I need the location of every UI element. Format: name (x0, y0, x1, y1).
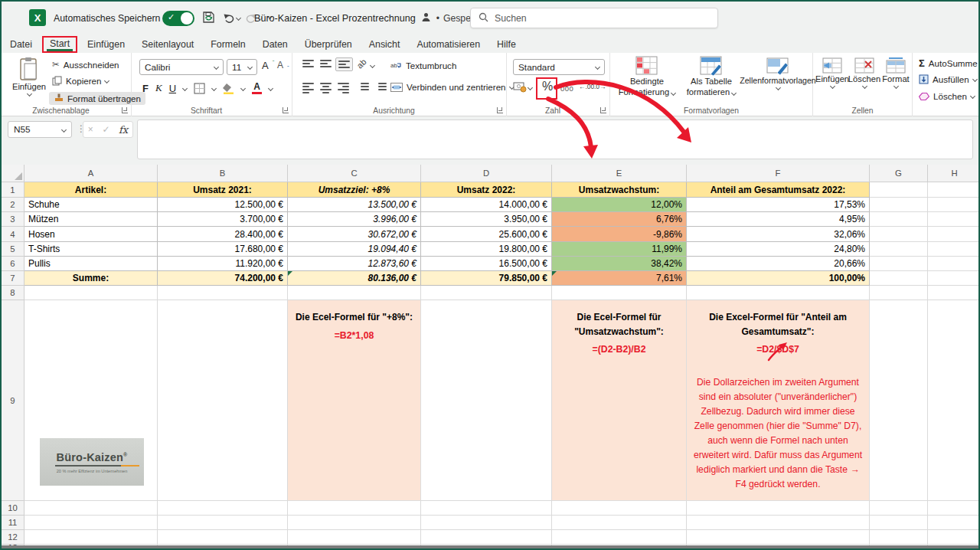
cell-b5[interactable]: 17.680,00 € (158, 242, 288, 257)
empty-cell[interactable] (928, 242, 980, 257)
cell-b7[interactable]: 74.200,00 € (158, 271, 288, 286)
fill-color-icon[interactable] (223, 83, 234, 94)
font-color-icon[interactable]: A (252, 82, 262, 94)
cell-d7[interactable]: 79.850,00 € (421, 271, 552, 286)
insert-cells-button[interactable]: Einfügen (816, 57, 848, 88)
empty-cell[interactable] (870, 271, 928, 286)
percent-style-button[interactable]: % (542, 80, 553, 93)
empty-cell[interactable] (928, 530, 980, 545)
delete-cells-button[interactable]: Löschen (848, 57, 880, 88)
empty-cell[interactable] (928, 198, 980, 212)
empty-cell[interactable] (552, 501, 687, 516)
empty-cell[interactable] (870, 212, 928, 227)
cut-button[interactable]: ✂ Ausschneiden (52, 59, 119, 70)
row-header-2[interactable]: 2 (2, 198, 24, 212)
orientation-dropdown-icon[interactable] (370, 63, 375, 68)
row-header-7[interactable]: 7 (2, 271, 24, 286)
cell-f7[interactable]: 100,00% (687, 271, 870, 286)
cell-f6[interactable]: 20,66% (687, 257, 870, 271)
cell-c2[interactable]: 13.500,00 € (288, 198, 421, 212)
empty-cell[interactable] (158, 286, 288, 300)
tab-seitenlayout[interactable]: Seitenlayout (133, 38, 202, 51)
row-header-5[interactable]: 5 (2, 242, 24, 257)
merge-center-button[interactable]: Verbinden und zentrieren (390, 82, 514, 92)
undo-dropdown-icon[interactable] (236, 15, 241, 21)
empty-cell[interactable] (870, 227, 928, 242)
empty-cell[interactable] (288, 516, 421, 530)
wrap-text-button[interactable]: ab Textumbruch (390, 61, 456, 70)
format-as-table-button[interactable]: Als Tabelle formatieren (681, 56, 742, 97)
tab-datei[interactable]: Datei (2, 38, 41, 51)
empty-cell[interactable] (687, 516, 870, 530)
cell-f1[interactable]: Anteil am Gesamtumsatz 2022: (687, 182, 870, 198)
cell-a3[interactable]: Mützen (24, 212, 158, 227)
cell-a4[interactable]: Hosen (24, 227, 158, 242)
row-header-4[interactable]: 4 (2, 227, 24, 242)
font-color-dropdown-icon[interactable] (268, 85, 273, 90)
empty-cell[interactable] (928, 286, 980, 300)
col-header-D[interactable]: D (421, 165, 552, 182)
font-name-select[interactable]: Calibri (139, 59, 224, 75)
cell-a7[interactable]: Summe: (24, 271, 158, 286)
empty-cell[interactable] (421, 501, 552, 516)
empty-cell[interactable] (928, 212, 980, 227)
col-header-C[interactable]: C (288, 165, 421, 182)
font-size-select[interactable]: 11 (227, 59, 257, 75)
tab-formeln[interactable]: Formeln (202, 38, 253, 51)
empty-cell[interactable] (24, 530, 158, 545)
underline-button[interactable]: U (169, 83, 176, 94)
tab-ueberpruefen[interactable]: Überprüfen (296, 38, 361, 51)
number-format-select[interactable]: Standard (513, 59, 605, 75)
empty-cell[interactable] (928, 516, 980, 530)
align-center-icon[interactable] (318, 80, 334, 96)
increase-decimal-icon[interactable]: ←.00 (579, 83, 594, 90)
tab-einfuegen[interactable]: Einfügen (79, 38, 133, 51)
formula-input[interactable] (137, 119, 973, 159)
row-header-9[interactable]: 9 (2, 300, 24, 501)
cell-d5[interactable]: 19.800,00 € (421, 242, 552, 257)
cell-d6[interactable]: 16.500,00 € (421, 257, 552, 271)
col-header-F[interactable]: F (687, 165, 870, 182)
tab-daten[interactable]: Daten (254, 38, 296, 51)
accounting-format-icon[interactable] (513, 81, 527, 96)
autosum-button[interactable]: Σ AutoSumme (919, 57, 978, 69)
bold-button[interactable]: F (142, 83, 149, 94)
empty-cell[interactable] (24, 516, 158, 530)
cell-e9-note[interactable]: Die Ecel-Formel für "Umsatzwachstum": =(… (552, 300, 687, 501)
empty-cell[interactable] (928, 271, 980, 286)
underline-dropdown-icon[interactable] (182, 85, 188, 90)
empty-cell[interactable] (158, 300, 288, 501)
fill-color-dropdown-icon[interactable] (240, 85, 246, 90)
confirm-entry-icon[interactable]: ✓ (102, 124, 109, 135)
empty-cell[interactable] (928, 227, 980, 242)
empty-cell[interactable] (928, 501, 980, 516)
col-header-B[interactable]: B (158, 165, 288, 182)
copy-button[interactable]: Kopieren (52, 76, 109, 86)
empty-cell[interactable] (870, 286, 928, 300)
empty-cell[interactable] (288, 286, 421, 300)
cell-a9[interactable]: Büro-Kaizen® 20 % mehr Effizienz im Unte… (24, 300, 158, 501)
borders-dropdown-icon[interactable] (211, 85, 217, 90)
alignment-dialog-launcher-icon[interactable] (497, 107, 503, 113)
empty-cell[interactable] (421, 300, 552, 501)
empty-cell[interactable] (687, 530, 870, 545)
col-header-A[interactable]: A (24, 165, 158, 182)
empty-cell[interactable] (158, 501, 288, 516)
empty-cell[interactable] (928, 300, 980, 501)
align-left-icon[interactable] (300, 80, 316, 96)
person-icon[interactable] (421, 12, 431, 25)
cell-e7[interactable]: 7,61% (552, 271, 687, 286)
cell-d3[interactable]: 3.950,00 € (421, 212, 552, 227)
cell-b2[interactable]: 12.500,00 € (158, 198, 288, 212)
cell-a1[interactable]: Artikel: (24, 182, 158, 198)
cell-c7[interactable]: 80.136,00 € (288, 271, 421, 286)
tab-start[interactable]: Start (42, 36, 77, 53)
comma-style-button[interactable]: 000 (560, 84, 573, 93)
row-header-10[interactable]: 10 (2, 501, 24, 516)
cancel-entry-icon[interactable]: × (88, 124, 93, 135)
cell-e1[interactable]: Umsatzwachstum: (552, 182, 687, 198)
increase-indent-icon[interactable] (373, 80, 389, 93)
cell-b3[interactable]: 3.700,00 € (158, 212, 288, 227)
align-middle-icon[interactable] (318, 57, 334, 70)
paste-button[interactable]: Einfügen (12, 57, 46, 96)
